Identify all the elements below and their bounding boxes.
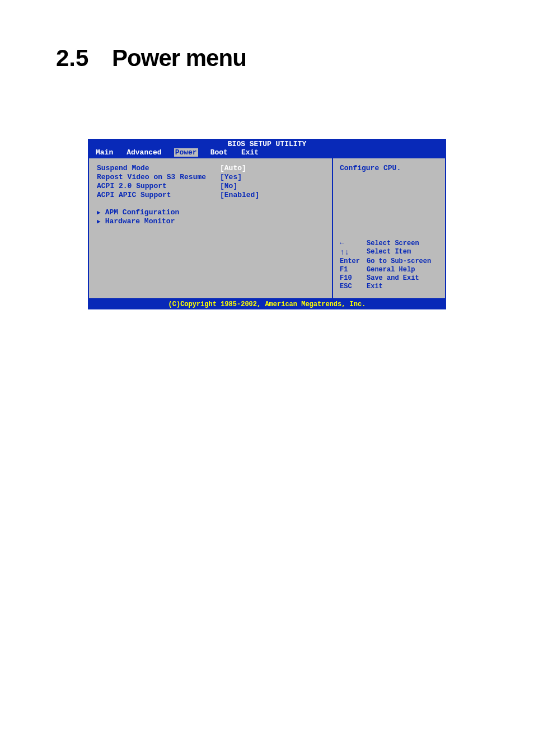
help-text: Configure CPU. <box>340 164 438 172</box>
nav-select-screen: Select Screen <box>367 240 419 247</box>
nav-select-item: Select Item <box>367 248 411 257</box>
nav-f10-action: Save and Exit <box>367 274 419 282</box>
acpi-20-label: ACPI 2.0 Support <box>97 182 220 190</box>
acpi-20-value: [No] <box>220 182 237 190</box>
nav-f1-action: General Help <box>367 266 415 274</box>
bios-header-title: BIOS SETUP UTILITY <box>88 139 446 148</box>
nav-esc-key: ESC <box>340 283 367 290</box>
tab-power[interactable]: Power <box>174 148 198 157</box>
nav-esc-action: Exit <box>367 283 383 290</box>
page-heading: 2.5 Power menu <box>0 0 534 72</box>
bios-settings-panel: Suspend Mode [Auto] Repost Video on S3 R… <box>89 158 333 298</box>
tab-advanced[interactable]: Advanced <box>125 148 162 157</box>
arrow-right-icon: ▶ <box>97 209 101 216</box>
suspend-mode-value: [Auto] <box>220 164 246 172</box>
title-text: Power menu <box>112 45 246 71</box>
bios-help-panel: Configure CPU. Select Screen Select Item… <box>333 158 445 298</box>
section-number: 2.5 <box>56 45 88 71</box>
setting-suspend-mode[interactable]: Suspend Mode [Auto] <box>97 164 324 172</box>
arrow-updown-icon <box>340 248 367 257</box>
setting-repost-video[interactable]: Repost Video on S3 Resume [Yes] <box>97 173 324 181</box>
arrow-left-icon <box>340 240 367 247</box>
bios-body: Suspend Mode [Auto] Repost Video on S3 R… <box>89 158 445 298</box>
tab-main[interactable]: Main <box>95 148 114 157</box>
submenu-apm[interactable]: ▶ APM Configuration <box>97 208 324 217</box>
nav-enter-action: Go to Sub-screen <box>367 257 431 265</box>
nav-f1-key: F1 <box>340 266 367 274</box>
navigation-help: Select Screen Select Item Enter Go to Su… <box>340 240 438 290</box>
acpi-apic-label: ACPI APIC Support <box>97 191 220 199</box>
suspend-mode-label: Suspend Mode <box>97 164 220 172</box>
tab-boot[interactable]: Boot <box>209 148 229 157</box>
tab-exit[interactable]: Exit <box>240 148 260 157</box>
bios-copyright-footer: (C)Copyright 1985-2002, American Megatre… <box>88 299 446 309</box>
acpi-apic-value: [Enabled] <box>220 191 259 199</box>
nav-f10-key: F10 <box>340 274 367 282</box>
repost-video-label: Repost Video on S3 Resume <box>97 173 220 181</box>
hardware-monitor-label: Hardware Monitor <box>105 217 175 226</box>
setting-acpi-20[interactable]: ACPI 2.0 Support [No] <box>97 182 324 190</box>
arrow-right-icon: ▶ <box>97 218 101 225</box>
repost-video-value: [Yes] <box>220 173 242 181</box>
submenu-hardware-monitor[interactable]: ▶ Hardware Monitor <box>97 217 324 226</box>
apm-label: APM Configuration <box>105 208 180 217</box>
bios-tab-bar: Main Advanced Power Boot Exit <box>88 148 446 158</box>
bios-screenshot: BIOS SETUP UTILITY Main Advanced Power B… <box>88 139 446 309</box>
nav-enter-key: Enter <box>340 257 367 265</box>
setting-acpi-apic[interactable]: ACPI APIC Support [Enabled] <box>97 191 324 199</box>
